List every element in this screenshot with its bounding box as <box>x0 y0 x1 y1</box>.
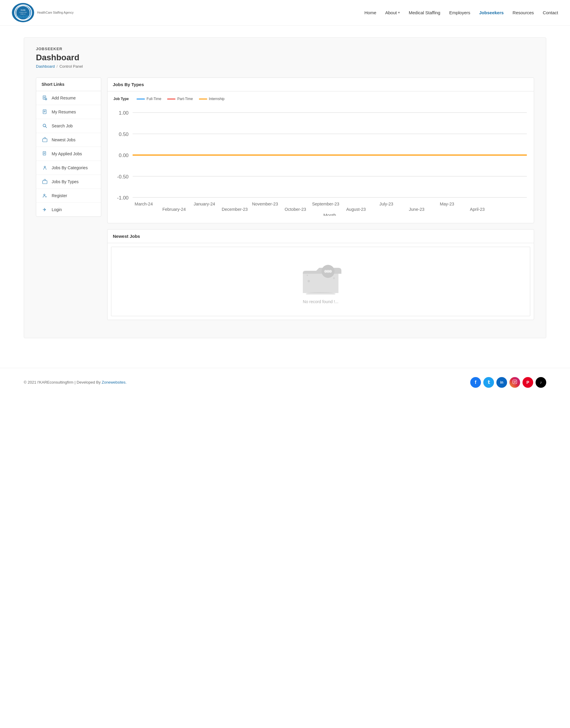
link-search-job[interactable]: Search Job <box>36 119 101 133</box>
svg-text:1.00: 1.00 <box>119 110 128 116</box>
no-record-container: No record found !... <box>111 247 530 316</box>
svg-text:August-23: August-23 <box>346 207 366 212</box>
svg-text:February-24: February-24 <box>163 207 186 212</box>
svg-point-61 <box>308 280 310 282</box>
link-register-label: Register <box>52 193 67 198</box>
svg-text:STAFFING SOLUTIONS: STAFFING SOLUTIONS <box>17 17 28 18</box>
social-icons: f 𝕥 in P ♪ <box>470 377 546 388</box>
linkedin-icon[interactable]: in <box>496 377 507 388</box>
newest-jobs-panel: Newest Jobs <box>107 229 534 320</box>
jobs-types-icon <box>42 179 48 185</box>
svg-rect-64 <box>513 380 517 384</box>
login-icon <box>42 206 48 213</box>
svg-point-26 <box>44 194 45 196</box>
no-record-text: No record found !... <box>303 299 338 304</box>
svg-text:0.00: 0.00 <box>119 153 128 158</box>
svg-rect-19 <box>43 139 47 142</box>
svg-point-66 <box>516 380 516 381</box>
footer-copyright: © 2021 I'KAREconsultingfirm | Developed … <box>24 380 126 385</box>
link-search-job-label: Search Job <box>52 124 73 128</box>
link-applied-jobs[interactable]: My Applied Jobs <box>36 147 101 161</box>
register-icon <box>42 192 48 199</box>
nav-home[interactable]: Home <box>364 10 376 15</box>
svg-text:October-23: October-23 <box>285 207 306 212</box>
svg-text:MEDICAL & EMPLOYMENT: MEDICAL & EMPLOYMENT <box>16 15 29 17</box>
logo-tagline: HealthCare Staffing Agency <box>37 11 74 14</box>
fulltime-line-color <box>136 98 145 99</box>
nav-employers[interactable]: Employers <box>449 10 470 15</box>
legend-parttime: Part-Time <box>167 97 193 101</box>
svg-text:May-23: May-23 <box>440 202 454 206</box>
about-chevron: ▾ <box>398 11 400 15</box>
parttime-label: Part-Time <box>177 97 193 101</box>
breadcrumb-link[interactable]: Dashboard <box>36 64 55 68</box>
nav-medical-staffing[interactable]: Medical Staffing <box>409 10 440 15</box>
breadcrumb: Dashboard / Control Panel <box>36 64 534 68</box>
svg-text:April-23: April-23 <box>470 207 485 212</box>
chart-panel: Jobs By Types Job Type Full-Time Part-Ti… <box>107 77 534 223</box>
chart-svg: 1.00 0.50 0.00 -0.50 -1.00 <box>113 104 528 216</box>
chart-svg-container: 1.00 0.50 0.00 -0.50 -1.00 <box>113 104 528 217</box>
link-add-resume[interactable]: Add Resume <box>36 91 101 105</box>
main-nav: Home About ▾ Medical Staffing Employers … <box>364 10 558 15</box>
fulltime-label: Full-Time <box>147 97 162 101</box>
tiktok-icon[interactable]: ♪ <box>536 377 546 388</box>
svg-point-24 <box>44 166 46 168</box>
instagram-icon[interactable] <box>510 377 520 388</box>
link-jobs-types[interactable]: Jobs By Types <box>36 175 101 189</box>
logo-inner: I'KARE CONSULTING FIRM LLC MEDICAL & EMP… <box>14 4 32 21</box>
link-my-resumes[interactable]: My Resumes <box>36 105 101 119</box>
copyright-text: © 2021 I'KAREconsultingfirm | Developed … <box>24 380 102 385</box>
facebook-icon[interactable]: f <box>470 377 481 388</box>
link-add-resume-label: Add Resume <box>52 95 76 100</box>
svg-line-18 <box>45 127 47 128</box>
link-newest-jobs[interactable]: Newest Jobs <box>36 133 101 147</box>
link-jobs-categories[interactable]: Jobs By Categories <box>36 161 101 175</box>
breadcrumb-separator: / <box>57 64 58 68</box>
svg-text:-1.00: -1.00 <box>117 195 128 201</box>
newest-jobs-header: Newest Jobs <box>107 230 534 243</box>
page-title: Dashboard <box>36 53 534 62</box>
svg-text:March-24: March-24 <box>135 202 153 206</box>
svg-rect-13 <box>43 110 46 114</box>
link-login-label: Login <box>52 207 62 212</box>
svg-text:FIRM LLC: FIRM LLC <box>20 13 26 15</box>
breadcrumb-current: Control Panel <box>59 64 83 68</box>
chart-legend-title: Job Type <box>113 97 129 101</box>
legend-internship: Internship <box>199 97 225 101</box>
content-grid: Short Links Add Resume My Resumes <box>36 77 534 320</box>
link-jobs-categories-label: Jobs By Categories <box>52 165 87 170</box>
svg-text:June-23: June-23 <box>409 207 424 212</box>
main-wrapper: JOBSEEKER Dashboard Dashboard / Control … <box>0 25 570 350</box>
search-job-icon <box>42 123 48 129</box>
svg-point-63 <box>307 275 308 276</box>
pinterest-icon[interactable]: P <box>523 377 533 388</box>
svg-text:CONSULTING: CONSULTING <box>19 12 26 13</box>
header: I'KARE CONSULTING FIRM LLC MEDICAL & EMP… <box>0 0 570 25</box>
right-panel: Jobs By Types Job Type Full-Time Part-Ti… <box>107 77 534 320</box>
svg-text:July-23: July-23 <box>379 202 393 206</box>
logo-image: I'KARE CONSULTING FIRM LLC MEDICAL & EMP… <box>12 3 34 22</box>
svg-point-65 <box>514 381 515 383</box>
short-links-panel: Short Links Add Resume My Resumes <box>36 77 101 217</box>
link-my-resumes-label: My Resumes <box>52 109 76 114</box>
empty-folder-illustration <box>300 259 341 294</box>
nav-contact[interactable]: Contact <box>543 10 558 15</box>
svg-text:December-23: December-23 <box>222 207 248 212</box>
nav-resources[interactable]: Resources <box>513 10 534 15</box>
newest-jobs-body[interactable]: No record found !... <box>111 247 530 316</box>
nav-jobseekers[interactable]: Jobseekers <box>479 10 504 15</box>
link-register[interactable]: Register <box>36 189 101 203</box>
chart-legend: Job Type Full-Time Part-Time <box>113 97 528 101</box>
page-container: JOBSEEKER Dashboard Dashboard / Control … <box>24 37 546 338</box>
developer-link[interactable]: Zonewebsites. <box>102 380 127 385</box>
twitter-icon[interactable]: 𝕥 <box>483 377 494 388</box>
svg-text:-0.50: -0.50 <box>117 174 128 180</box>
nav-about[interactable]: About ▾ <box>385 10 400 15</box>
logo-text: HealthCare Staffing Agency <box>37 11 74 14</box>
link-login[interactable]: Login <box>36 203 101 216</box>
jobs-categories-icon <box>42 165 48 171</box>
internship-label: Internship <box>209 97 225 101</box>
newest-jobs-icon <box>42 137 48 143</box>
applied-jobs-icon <box>42 151 48 157</box>
